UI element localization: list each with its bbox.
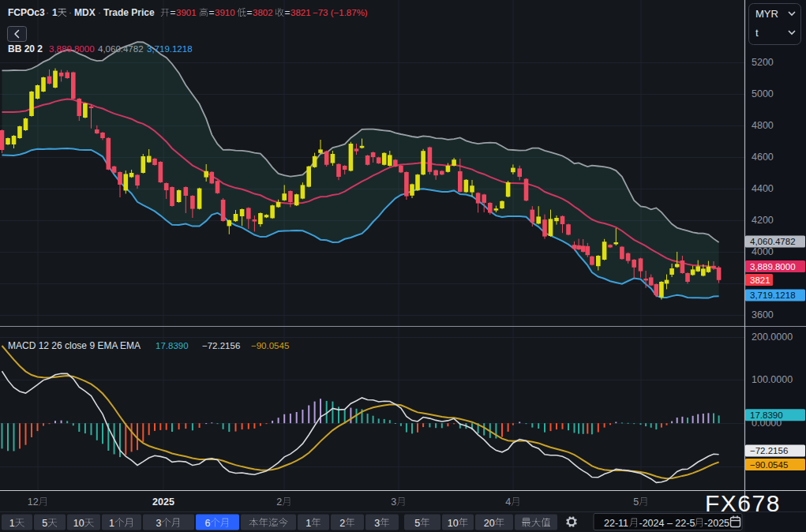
svg-text:5: 5 [633,496,639,508]
svg-text:−72.2156: −72.2156 [750,446,788,455]
svg-text:·: · [46,7,49,18]
svg-text:4800: 4800 [752,120,774,131]
svg-text:1: 1 [306,518,311,529]
svg-text:FCPOc3: FCPOc3 [8,7,45,18]
svg-text:3910: 3910 [215,8,235,17]
svg-text:3901: 3901 [176,8,197,17]
svg-text:10: 10 [73,518,84,529]
svg-text:100.0000: 100.0000 [752,374,793,385]
svg-text:4: 4 [505,496,511,508]
svg-text:=: = [209,7,215,18]
svg-text:MYR: MYR [755,8,778,20]
svg-text:3821: 3821 [750,275,770,285]
svg-text:3,889.8000: 3,889.8000 [750,262,796,272]
svg-text:5: 5 [414,518,420,529]
svg-text:2: 2 [276,496,282,508]
svg-text:3: 3 [156,518,162,529]
svg-text:FX678: FX678 [705,490,781,516]
svg-text:5200: 5200 [752,57,774,68]
svg-text:3,719.1218: 3,719.1218 [147,44,193,54]
svg-text:MACD 12 26 close 9 EMA EMA: MACD 12 26 close 9 EMA EMA [8,340,141,351]
svg-text:2: 2 [339,518,345,529]
svg-text:2025: 2025 [152,496,174,508]
svg-text:3821: 3821 [291,8,311,17]
svg-text:−90.0545: −90.0545 [251,341,289,350]
svg-text:·: · [69,7,72,18]
svg-text:-2024 – 22-5: -2024 – 22-5 [639,518,695,529]
svg-text:=: = [171,7,176,18]
svg-text:1: 1 [109,518,114,529]
svg-text:10: 10 [448,518,459,529]
svg-text:1: 1 [52,7,58,18]
svg-text:200.0000: 200.0000 [752,332,793,343]
svg-text:4000: 4000 [752,246,774,257]
svg-text:BB 20 2: BB 20 2 [8,43,43,54]
svg-text:3: 3 [374,518,380,529]
svg-text:·: · [98,7,101,18]
svg-text:5000: 5000 [752,88,774,99]
svg-text:4,060.4782: 4,060.4782 [98,44,144,54]
svg-text:4600: 4600 [752,152,774,163]
svg-text:3,889.8000: 3,889.8000 [49,44,95,54]
svg-text:12: 12 [28,496,39,508]
svg-text:17.8390: 17.8390 [750,410,783,420]
svg-text:5: 5 [42,518,47,529]
svg-text:6: 6 [205,518,211,529]
svg-text:−73 (−1.87%): −73 (−1.87%) [313,8,368,17]
svg-text:3: 3 [391,496,396,508]
svg-text:t: t [755,27,759,39]
svg-text:−90.0545: −90.0545 [750,460,788,470]
svg-text:=: = [285,7,291,18]
svg-text:3,719.1218: 3,719.1218 [750,290,796,300]
svg-text:17.8390: 17.8390 [156,341,189,350]
svg-text:-2025: -2025 [704,518,729,529]
svg-text:−72.2156: −72.2156 [202,341,240,350]
svg-text:=: = [247,7,253,18]
svg-text:22-11: 22-11 [604,518,628,529]
svg-text:Trade Price: Trade Price [103,7,155,18]
svg-text:MDX: MDX [74,7,96,18]
svg-text:3802: 3802 [253,8,273,17]
svg-text:4,060.4782: 4,060.4782 [750,237,796,246]
svg-text:20: 20 [484,518,495,529]
svg-text:4200: 4200 [752,215,774,226]
svg-text:3600: 3600 [752,309,774,320]
svg-text:4400: 4400 [752,183,774,194]
svg-text:1: 1 [9,518,15,529]
